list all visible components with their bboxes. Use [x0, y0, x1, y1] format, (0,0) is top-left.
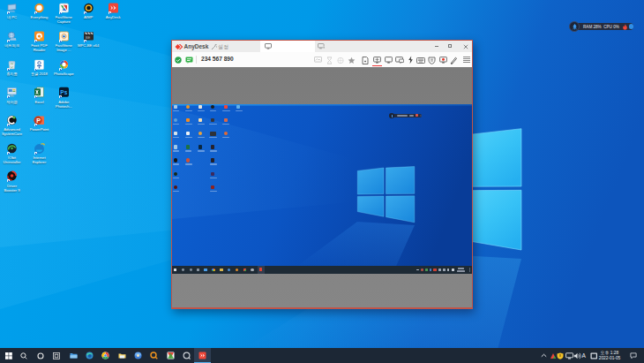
svg-text:Ps: Ps [60, 89, 67, 95]
svg-text:BE: BE [86, 35, 91, 40]
svg-text:P: P [36, 117, 41, 123]
